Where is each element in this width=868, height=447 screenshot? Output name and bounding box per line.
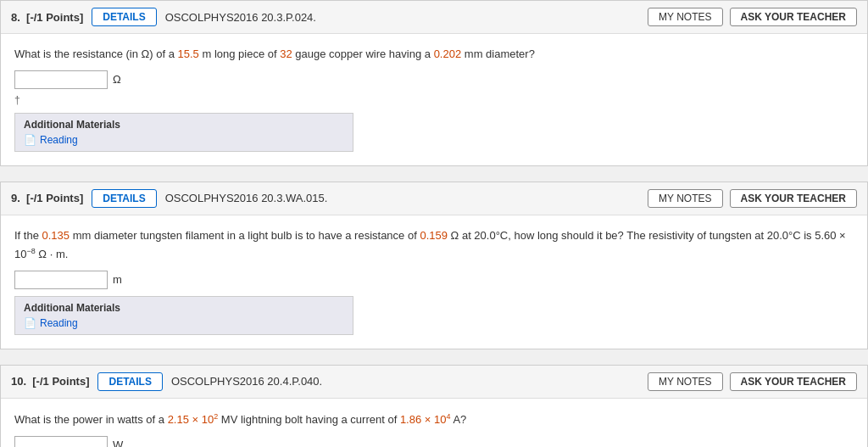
value-voltage-10: 2.15 xyxy=(168,413,189,426)
question-10-number: 10. [-/1 Points] xyxy=(11,375,89,388)
additional-materials-title-8: Additional Materials xyxy=(24,119,344,131)
value-diameter-9: 0.135 xyxy=(42,229,70,242)
question-10-code: OSCOLPHYS2016 20.4.P.040. xyxy=(171,375,639,388)
value-gauge-8: 32 xyxy=(280,47,292,60)
question-8-actions: MY NOTES ASK YOUR TEACHER xyxy=(648,8,857,26)
answer-input-10[interactable] xyxy=(14,436,108,447)
answer-row-8: Ω xyxy=(14,70,854,89)
value-times2-10: × 10 xyxy=(421,413,446,426)
my-notes-button-10[interactable]: MY NOTES xyxy=(648,372,722,391)
details-button-10[interactable]: DETAILS xyxy=(97,372,162,391)
question-10-text: What is the power in watts of a 2.15 × 1… xyxy=(14,411,854,429)
question-10: 10. [-/1 Points] DETAILS OSCOLPHYS2016 2… xyxy=(0,365,868,447)
additional-materials-9: Additional Materials 📄 Reading xyxy=(14,296,353,335)
answer-row-10: W xyxy=(14,436,854,447)
answer-row-9: m xyxy=(14,271,854,289)
unit-label-9: m xyxy=(113,273,122,286)
exponent-9: −8 xyxy=(26,247,35,255)
question-9-number: 9. [-/1 Points] xyxy=(11,192,83,204)
answer-input-8[interactable] xyxy=(14,70,108,89)
question-10-header: 10. [-/1 Points] DETAILS OSCOLPHYS2016 2… xyxy=(1,366,867,399)
reading-link-9[interactable]: 📄 Reading xyxy=(24,317,344,329)
my-notes-button-8[interactable]: MY NOTES xyxy=(648,8,722,26)
unit-label-8: Ω xyxy=(113,73,121,86)
question-8: 8. [-/1 Points] DETAILS OSCOLPHYS2016 20… xyxy=(0,0,868,166)
unit-label-10: W xyxy=(113,439,123,447)
question-8-header: 8. [-/1 Points] DETAILS OSCOLPHYS2016 20… xyxy=(1,1,867,34)
ask-teacher-button-9[interactable]: ASK YOUR TEACHER xyxy=(730,189,857,208)
question-10-actions: MY NOTES ASK YOUR TEACHER xyxy=(648,372,857,391)
exponent-voltage-10: 2 xyxy=(214,412,218,421)
question-10-body: What is the power in watts of a 2.15 × 1… xyxy=(1,399,867,447)
question-9-actions: MY NOTES ASK YOUR TEACHER xyxy=(648,189,857,208)
ask-teacher-button-10[interactable]: ASK YOUR TEACHER xyxy=(730,372,857,391)
question-9-text: If the 0.135 mm diameter tungsten filame… xyxy=(14,227,854,264)
reading-icon-8: 📄 xyxy=(24,134,36,146)
exponent-current-10: 4 xyxy=(446,412,450,421)
value-diameter-8: 0.202 xyxy=(434,47,462,60)
details-button-9[interactable]: DETAILS xyxy=(92,189,156,208)
value-times-10: × 10 xyxy=(189,413,214,426)
help-link-8[interactable]: † xyxy=(14,94,854,106)
details-button-8[interactable]: DETAILS xyxy=(92,8,156,26)
additional-materials-title-9: Additional Materials xyxy=(24,302,344,314)
reading-label-9: Reading xyxy=(40,317,78,329)
question-8-number: 8. [-/1 Points] xyxy=(11,11,83,24)
question-8-text: What is the resistance (in Ω) of a 15.5 … xyxy=(14,46,854,64)
additional-materials-8: Additional Materials 📄 Reading xyxy=(14,113,353,152)
question-8-code: OSCOLPHYS2016 20.3.P.024. xyxy=(165,11,639,24)
reading-icon-9: 📄 xyxy=(24,317,36,329)
question-8-body: What is the resistance (in Ω) of a 15.5 … xyxy=(1,34,867,165)
question-9-header: 9. [-/1 Points] DETAILS OSCOLPHYS2016 20… xyxy=(1,182,867,215)
question-9: 9. [-/1 Points] DETAILS OSCOLPHYS2016 20… xyxy=(0,182,868,349)
value-length-8: 15.5 xyxy=(178,47,199,60)
question-9-body: If the 0.135 mm diameter tungsten filame… xyxy=(1,215,867,349)
question-9-code: OSCOLPHYS2016 20.3.WA.015. xyxy=(165,192,639,204)
value-current-10: 1.86 xyxy=(400,413,421,426)
my-notes-button-9[interactable]: MY NOTES xyxy=(648,189,722,208)
ask-teacher-button-8[interactable]: ASK YOUR TEACHER xyxy=(730,8,857,26)
value-resistance-9: 0.159 xyxy=(420,229,448,242)
reading-link-8[interactable]: 📄 Reading xyxy=(24,134,344,146)
answer-input-9[interactable] xyxy=(14,271,108,289)
reading-label-8: Reading xyxy=(40,134,78,146)
